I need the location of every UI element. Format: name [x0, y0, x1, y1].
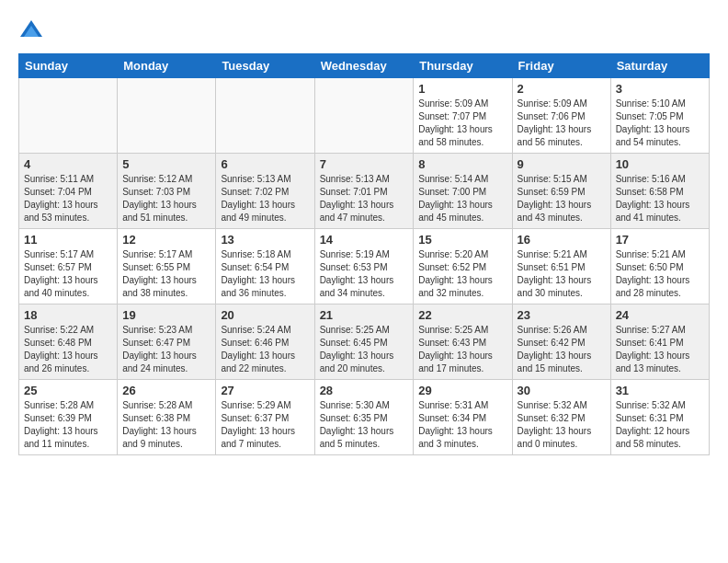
- weekday-header-cell: Monday: [118, 54, 216, 78]
- weekday-header-cell: Tuesday: [216, 54, 314, 78]
- calendar-day-cell: 24Sunrise: 5:27 AM Sunset: 6:41 PM Dayli…: [610, 304, 709, 380]
- day-number: 18: [24, 308, 112, 322]
- day-number: 16: [518, 233, 606, 247]
- day-number: 15: [418, 233, 506, 247]
- day-number: 14: [320, 233, 409, 247]
- weekday-header-cell: Thursday: [414, 54, 512, 78]
- day-number: 24: [616, 308, 704, 322]
- day-number: 2: [518, 82, 606, 96]
- day-info: Sunrise: 5:31 AM Sunset: 6:34 PM Dayligh…: [418, 399, 506, 451]
- weekday-header-cell: Saturday: [610, 54, 709, 78]
- day-number: 29: [418, 384, 506, 397]
- day-info: Sunrise: 5:25 AM Sunset: 6:43 PM Dayligh…: [418, 324, 506, 375]
- day-number: 17: [616, 233, 704, 247]
- calendar-week-row: 1Sunrise: 5:09 AM Sunset: 7:07 PM Daylig…: [19, 78, 710, 154]
- calendar-week-row: 11Sunrise: 5:17 AM Sunset: 6:57 PM Dayli…: [19, 229, 710, 304]
- day-number: 3: [616, 82, 704, 96]
- day-number: 19: [122, 308, 210, 322]
- day-number: 13: [221, 233, 309, 247]
- calendar-day-cell: 5Sunrise: 5:12 AM Sunset: 7:03 PM Daylig…: [118, 154, 216, 229]
- calendar-day-cell: 4Sunrise: 5:11 AM Sunset: 7:04 PM Daylig…: [19, 154, 118, 229]
- calendar-day-cell: 2Sunrise: 5:09 AM Sunset: 7:06 PM Daylig…: [512, 78, 610, 154]
- calendar-day-cell: [314, 78, 414, 154]
- day-number: 21: [320, 308, 409, 322]
- calendar-day-cell: 12Sunrise: 5:17 AM Sunset: 6:55 PM Dayli…: [118, 229, 216, 304]
- day-number: 1: [418, 82, 506, 96]
- calendar-day-cell: [118, 78, 216, 154]
- day-number: 25: [24, 384, 112, 397]
- day-info: Sunrise: 5:28 AM Sunset: 6:39 PM Dayligh…: [24, 399, 112, 451]
- day-info: Sunrise: 5:26 AM Sunset: 6:42 PM Dayligh…: [518, 324, 606, 375]
- day-number: 20: [221, 308, 309, 322]
- weekday-header-row: SundayMondayTuesdayWednesdayThursdayFrid…: [19, 54, 710, 78]
- calendar-day-cell: 9Sunrise: 5:15 AM Sunset: 6:59 PM Daylig…: [512, 154, 610, 229]
- day-info: Sunrise: 5:13 AM Sunset: 7:02 PM Dayligh…: [221, 173, 309, 224]
- calendar-day-cell: 13Sunrise: 5:18 AM Sunset: 6:54 PM Dayli…: [216, 229, 314, 304]
- day-info: Sunrise: 5:25 AM Sunset: 6:45 PM Dayligh…: [320, 324, 409, 375]
- day-number: 5: [122, 157, 210, 171]
- day-info: Sunrise: 5:15 AM Sunset: 6:59 PM Dayligh…: [518, 173, 606, 224]
- day-number: 7: [320, 157, 409, 171]
- calendar-day-cell: 23Sunrise: 5:26 AM Sunset: 6:42 PM Dayli…: [512, 304, 610, 380]
- day-info: Sunrise: 5:16 AM Sunset: 6:58 PM Dayligh…: [616, 173, 704, 224]
- calendar-day-cell: 18Sunrise: 5:22 AM Sunset: 6:48 PM Dayli…: [19, 304, 118, 380]
- day-number: 28: [320, 384, 409, 397]
- day-info: Sunrise: 5:22 AM Sunset: 6:48 PM Dayligh…: [24, 324, 112, 375]
- day-info: Sunrise: 5:23 AM Sunset: 6:47 PM Dayligh…: [122, 324, 210, 375]
- calendar-week-row: 4Sunrise: 5:11 AM Sunset: 7:04 PM Daylig…: [19, 154, 710, 229]
- calendar-day-cell: 1Sunrise: 5:09 AM Sunset: 7:07 PM Daylig…: [414, 78, 512, 154]
- day-info: Sunrise: 5:18 AM Sunset: 6:54 PM Dayligh…: [221, 248, 309, 300]
- day-number: 6: [221, 157, 309, 171]
- day-number: 22: [418, 308, 506, 322]
- day-info: Sunrise: 5:12 AM Sunset: 7:03 PM Dayligh…: [122, 173, 210, 224]
- calendar-day-cell: 8Sunrise: 5:14 AM Sunset: 7:00 PM Daylig…: [414, 154, 512, 229]
- calendar-table: SundayMondayTuesdayWednesdayThursdayFrid…: [18, 53, 710, 455]
- day-info: Sunrise: 5:29 AM Sunset: 6:37 PM Dayligh…: [221, 399, 309, 451]
- day-info: Sunrise: 5:32 AM Sunset: 6:31 PM Dayligh…: [616, 399, 704, 451]
- calendar-day-cell: 22Sunrise: 5:25 AM Sunset: 6:43 PM Dayli…: [414, 304, 512, 380]
- day-info: Sunrise: 5:30 AM Sunset: 6:35 PM Dayligh…: [320, 399, 409, 451]
- day-info: Sunrise: 5:24 AM Sunset: 6:46 PM Dayligh…: [221, 324, 309, 375]
- day-number: 12: [122, 233, 210, 247]
- day-number: 23: [518, 308, 606, 322]
- day-info: Sunrise: 5:21 AM Sunset: 6:51 PM Dayligh…: [518, 248, 606, 300]
- calendar-day-cell: [19, 78, 118, 154]
- day-number: 30: [518, 384, 606, 397]
- calendar-day-cell: 19Sunrise: 5:23 AM Sunset: 6:47 PM Dayli…: [118, 304, 216, 380]
- day-info: Sunrise: 5:21 AM Sunset: 6:50 PM Dayligh…: [616, 248, 704, 300]
- calendar-day-cell: 25Sunrise: 5:28 AM Sunset: 6:39 PM Dayli…: [19, 380, 118, 455]
- day-info: Sunrise: 5:09 AM Sunset: 7:06 PM Dayligh…: [518, 98, 606, 149]
- day-number: 9: [518, 157, 606, 171]
- day-info: Sunrise: 5:10 AM Sunset: 7:05 PM Dayligh…: [616, 98, 704, 149]
- day-info: Sunrise: 5:17 AM Sunset: 6:55 PM Dayligh…: [122, 248, 210, 300]
- calendar-body: 1Sunrise: 5:09 AM Sunset: 7:07 PM Daylig…: [19, 78, 710, 455]
- calendar-day-cell: 29Sunrise: 5:31 AM Sunset: 6:34 PM Dayli…: [414, 380, 512, 455]
- weekday-header-cell: Wednesday: [314, 54, 414, 78]
- calendar-day-cell: 11Sunrise: 5:17 AM Sunset: 6:57 PM Dayli…: [19, 229, 118, 304]
- calendar-day-cell: 10Sunrise: 5:16 AM Sunset: 6:58 PM Dayli…: [610, 154, 709, 229]
- calendar-week-row: 18Sunrise: 5:22 AM Sunset: 6:48 PM Dayli…: [19, 304, 710, 380]
- logo: [18, 18, 48, 44]
- day-number: 4: [24, 157, 112, 171]
- calendar-week-row: 25Sunrise: 5:28 AM Sunset: 6:39 PM Dayli…: [19, 380, 710, 455]
- logo-icon: [18, 18, 44, 44]
- calendar-day-cell: 26Sunrise: 5:28 AM Sunset: 6:38 PM Dayli…: [118, 380, 216, 455]
- calendar-day-cell: 28Sunrise: 5:30 AM Sunset: 6:35 PM Dayli…: [314, 380, 414, 455]
- day-number: 31: [616, 384, 704, 397]
- calendar-day-cell: 30Sunrise: 5:32 AM Sunset: 6:32 PM Dayli…: [512, 380, 610, 455]
- day-info: Sunrise: 5:09 AM Sunset: 7:07 PM Dayligh…: [418, 98, 506, 149]
- day-info: Sunrise: 5:27 AM Sunset: 6:41 PM Dayligh…: [616, 324, 704, 375]
- day-info: Sunrise: 5:13 AM Sunset: 7:01 PM Dayligh…: [320, 173, 409, 224]
- weekday-header-cell: Sunday: [19, 54, 118, 78]
- day-number: 26: [122, 384, 210, 397]
- calendar-day-cell: 14Sunrise: 5:19 AM Sunset: 6:53 PM Dayli…: [314, 229, 414, 304]
- page-header: [18, 18, 710, 44]
- day-info: Sunrise: 5:20 AM Sunset: 6:52 PM Dayligh…: [418, 248, 506, 300]
- calendar-day-cell: 7Sunrise: 5:13 AM Sunset: 7:01 PM Daylig…: [314, 154, 414, 229]
- day-info: Sunrise: 5:19 AM Sunset: 6:53 PM Dayligh…: [320, 248, 409, 300]
- calendar-day-cell: 15Sunrise: 5:20 AM Sunset: 6:52 PM Dayli…: [414, 229, 512, 304]
- calendar-day-cell: 16Sunrise: 5:21 AM Sunset: 6:51 PM Dayli…: [512, 229, 610, 304]
- calendar-day-cell: 3Sunrise: 5:10 AM Sunset: 7:05 PM Daylig…: [610, 78, 709, 154]
- calendar-day-cell: 17Sunrise: 5:21 AM Sunset: 6:50 PM Dayli…: [610, 229, 709, 304]
- calendar-day-cell: 20Sunrise: 5:24 AM Sunset: 6:46 PM Dayli…: [216, 304, 314, 380]
